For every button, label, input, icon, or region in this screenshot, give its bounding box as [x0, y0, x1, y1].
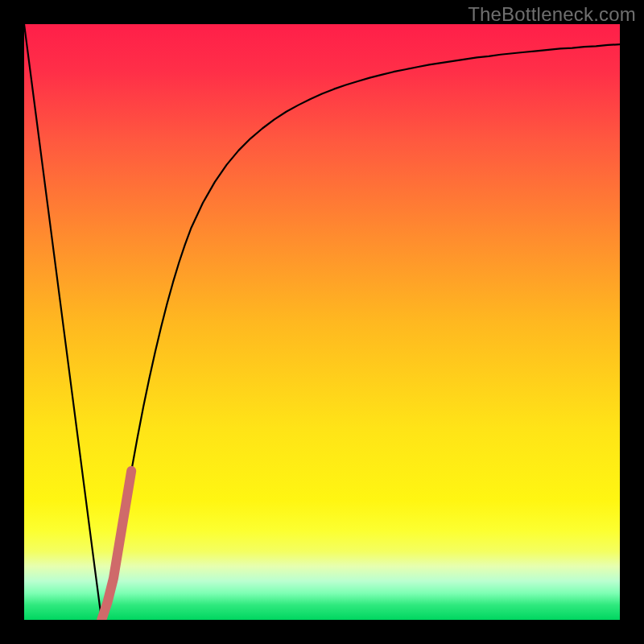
- watermark-text: TheBottleneck.com: [468, 3, 636, 26]
- bottleneck-chart: [24, 24, 620, 620]
- chart-frame: TheBottleneck.com: [0, 0, 644, 644]
- plot-area: [24, 24, 620, 620]
- gradient-background: [24, 24, 620, 620]
